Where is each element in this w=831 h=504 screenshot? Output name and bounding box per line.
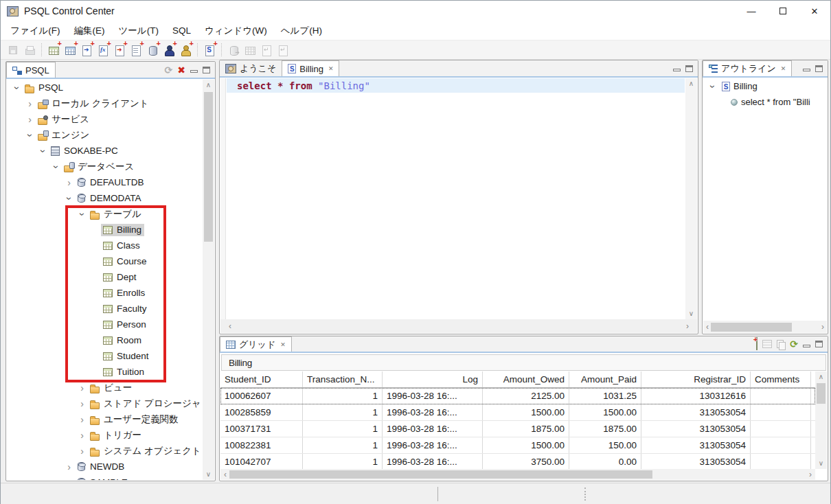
expander-icon[interactable]: › [24,115,36,124]
column-header-Transaction_N[interactable]: Transaction_N... [303,371,383,387]
tree-item[interactable]: ›NEWDB [7,459,203,474]
expander-icon[interactable]: › [24,99,36,108]
tab-grid[interactable]: グリッド ✕ [220,336,292,352]
scroll-up-icon[interactable]: ∧ [815,374,827,380]
tree-item[interactable]: ›トリガー [7,427,203,443]
tree-vertical-scrollbar[interactable]: ∧ ∨ [203,80,214,480]
expander-icon[interactable]: › [63,462,75,472]
scroll-down-icon[interactable]: ∨ [685,310,697,317]
sql-editor[interactable]: select * from "Billing" ∧ ∨ ‹ › [220,78,697,333]
tree-item[interactable]: Billing [7,222,203,238]
column-header-Comments[interactable]: Comments [751,371,811,387]
status-bar-drag-handle[interactable] [584,488,586,501]
expander-icon[interactable]: › [76,383,88,393]
tree-item[interactable]: ›サービス [7,111,203,127]
tree-item[interactable]: Enrolls [7,285,203,301]
table-row[interactable]: 10006260711996-03-28 16:...2125.001031.2… [220,388,815,404]
new-view-icon[interactable]: + [62,42,78,58]
minimize-panel-icon[interactable] [803,69,810,71]
new-database-icon[interactable]: + [144,42,161,58]
maximize-panel-icon[interactable] [815,65,823,72]
expander-icon[interactable]: › [76,399,88,409]
expander-icon[interactable]: › [76,415,88,424]
column-header-Log[interactable]: Log [383,371,483,387]
scrollbar-thumb[interactable] [204,92,213,242]
expander-icon[interactable]: › [708,80,718,92]
tab-ようこそ[interactable]: ようこそ [220,60,282,76]
new-group-icon[interactable]: + [177,42,194,58]
table-row[interactable]: 10037173111996-03-28 16:...1875.001875.0… [220,421,815,437]
column-header-Registrar_ID[interactable]: Registrar_ID [641,371,751,387]
maximize-panel-icon[interactable] [685,65,693,72]
outline-horizontal-scrollbar[interactable]: ‹ › [703,321,827,333]
minimize-panel-icon[interactable] [803,345,810,347]
outline-root-item[interactable]: › Billing [703,78,827,94]
scroll-right-icon[interactable]: › [809,471,812,478]
menu-item[interactable]: ツール(T) [112,22,166,40]
maximize-panel-icon[interactable] [203,67,210,73]
column-header-Student_ID[interactable]: Student_ID [220,371,303,387]
refresh-icon[interactable]: ⟳ [790,339,798,350]
tree-item[interactable]: ›ストアド プロシージャ [7,396,203,411]
new-stored-procedure-icon[interactable]: + [78,42,95,58]
expander-icon[interactable]: › [78,208,87,220]
editor-vertical-scrollbar[interactable]: ∧ ∨ [685,78,697,319]
expander-icon[interactable]: › [25,129,35,141]
tree-item[interactable]: ›ローカル クライアント [7,95,203,111]
scroll-right-icon[interactable]: › [686,323,689,330]
tab-Billing[interactable]: Billing✕ [282,60,339,76]
scroll-left-icon[interactable]: ‹ [224,471,227,478]
minimize-button[interactable]: — [736,1,767,21]
tree-item[interactable]: ›テーブル [7,206,203,222]
expander-icon[interactable]: › [63,178,75,187]
scrollbar-thumb[interactable] [711,323,792,332]
tree-item[interactable]: ›ビュー [7,380,203,396]
tree-item[interactable]: Person [7,317,203,332]
new-record-icon[interactable]: + [756,338,758,350]
expander-icon[interactable]: › [65,192,74,204]
new-index-icon[interactable]: + [128,42,144,58]
tree-item[interactable]: Student [7,348,203,364]
tree-item[interactable]: ›システム オブジェクト [7,443,203,459]
close-icon[interactable]: ✕ [280,341,286,348]
editor-horizontal-scrollbar[interactable]: ‹ › [220,319,697,333]
tree-item[interactable]: ›DEMODATA [7,190,203,206]
close-icon[interactable]: ✕ [781,65,786,72]
new-trigger-icon[interactable]: + [111,42,128,58]
scroll-down-icon[interactable]: ∨ [203,471,214,478]
tree-item[interactable]: ›DEFAULTDB [7,174,203,190]
tree-item[interactable]: ›ユーザー定義関数 [7,411,203,427]
expander-icon[interactable]: › [76,431,88,440]
new-function-icon[interactable]: + [95,42,111,58]
tree-item[interactable]: Tuition [7,364,203,380]
table-row[interactable]: 10028585911996-03-28 16:...1500.001500.0… [220,404,815,421]
table-row[interactable]: 10104270711996-03-28 16:...3750.000.0031… [220,454,815,469]
menu-item[interactable]: 編集(E) [67,22,112,40]
tab-psql[interactable]: PSQL [6,62,56,78]
tree-item[interactable]: ›エンジン [7,127,203,143]
new-sql-document-icon[interactable]: + [201,42,218,58]
expander-icon[interactable]: › [52,161,61,172]
tree-item[interactable]: ›PSQL [7,80,203,95]
tree-item[interactable]: Class [7,238,203,253]
minimize-panel-icon[interactable] [673,69,681,71]
scroll-left-icon[interactable]: ‹ [706,323,709,330]
tree-item[interactable]: ›SOKABE-PC [7,143,203,159]
expander-icon[interactable]: › [12,82,22,93]
sql-line[interactable]: select * from "Billing" [227,78,685,93]
grid-horizontal-scrollbar[interactable]: ‹ › [220,469,815,480]
scrollbar-thumb[interactable] [817,383,826,404]
menu-item[interactable]: ヘルプ(H) [274,22,329,40]
tree-item[interactable]: ›SAMPLE [7,474,203,480]
scroll-up-icon[interactable]: ∧ [685,80,697,87]
maximize-button[interactable] [767,1,799,21]
tree-item[interactable]: Faculty [7,301,203,317]
minimize-panel-icon[interactable] [190,70,198,73]
menu-item[interactable]: ファイル(F) [3,22,67,40]
outline-statement-item[interactable]: select * from "Billi [703,94,827,110]
tab-outline[interactable]: アウトライン ✕ [703,60,792,76]
scroll-up-icon[interactable]: ∧ [203,82,214,89]
close-icon[interactable]: ✕ [328,65,334,72]
tree-item[interactable]: Dept [7,269,203,285]
scroll-left-icon[interactable]: ‹ [229,323,231,330]
